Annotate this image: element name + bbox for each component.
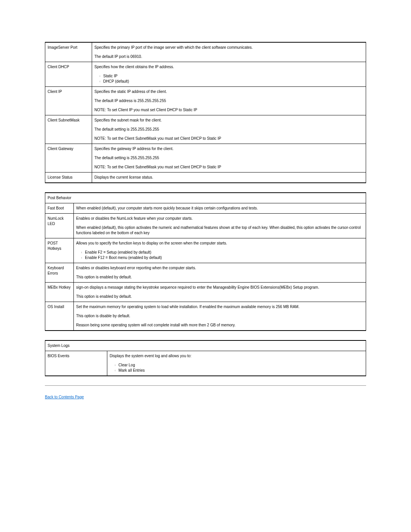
post-desc-text: Reason being some operating system will … <box>76 323 363 328</box>
post-behavior-table: Post BehaviorFast BootWhen enabled (defa… <box>45 192 366 331</box>
post-desc-text: sign-on displays a message stating the k… <box>76 285 363 290</box>
imagesrv-desc-text: NOTE: To set the Client SubnetMask you m… <box>94 136 363 141</box>
post-desc-text: Allows you to specify the function keys … <box>76 241 363 246</box>
post-label: Keyboard Errors <box>45 263 74 283</box>
post-desc-text: Enables or disables keyboard error repor… <box>76 265 363 271</box>
post-label: OS Install <box>45 302 74 331</box>
imagesrv-row: Client GatewaySpecifies the gateway IP a… <box>45 144 366 173</box>
syslog-row: BIOS EventsDisplays the system event log… <box>45 351 366 376</box>
post-desc-text: This option is enabled by default. <box>76 275 363 280</box>
post-desc: Allows you to specify the function keys … <box>74 238 366 263</box>
syslog-bullet: Mark all Entries <box>115 368 363 373</box>
imagesrv-table: ImageServer PortSpecifies the primary IP… <box>45 42 366 183</box>
imagesrv-desc-text: Specifies the primary IP port of the ima… <box>94 45 363 50</box>
imagesrv-desc-text: Displays the current license status. <box>94 175 363 180</box>
post-label: Fast Boot <box>45 203 74 214</box>
post-row: Keyboard ErrorsEnables or disables keybo… <box>45 263 366 283</box>
imagesrv-desc-text: Specifies the subnet mask for the client… <box>94 118 363 123</box>
syslog-desc-text: Displays the system event log and allows… <box>110 353 363 359</box>
post-label: MEBx Hotkey <box>45 283 74 302</box>
imagesrv-desc-text: NOTE: To set Client IP you must set Clie… <box>94 107 363 113</box>
imagesrv-bullet: DHCP (default) <box>100 79 363 84</box>
system-logs-table: System LogsBIOS EventsDisplays the syste… <box>45 340 366 376</box>
post-bullet: Enable F2 = Setup (enabled by default) <box>81 250 363 255</box>
imagesrv-row: Client DHCPSpecifies how the client obta… <box>45 62 366 87</box>
imagesrv-label: Client IP <box>45 87 92 115</box>
imagesrv-desc: Displays the current license status. <box>92 173 366 183</box>
imagesrv-desc-text: NOTE: To set the Client SubnetMask you m… <box>94 165 363 170</box>
post-desc-text: Enables or disables the NumLock feature … <box>76 216 363 221</box>
post-bullet: Enable F12 = Boot menu (enabled by defau… <box>81 255 363 260</box>
imagesrv-desc-text: Specifies the gateway IP address for the… <box>94 146 363 152</box>
syslog-header: System Logs <box>45 340 366 351</box>
imagesrv-desc: Specifies the primary IP port of the ima… <box>92 42 366 62</box>
post-desc-text: When enabled (default), this option acti… <box>76 225 363 236</box>
imagesrv-desc: Specifies the gateway IP address for the… <box>92 144 366 173</box>
post-desc: Enables or disables the NumLock feature … <box>74 214 366 238</box>
imagesrv-label: License Status <box>45 173 92 183</box>
post-bullet-list: Enable F2 = Setup (enabled by default)En… <box>81 250 363 260</box>
post-desc: When enabled (default), your computer st… <box>74 203 366 214</box>
imagesrv-desc-text: The default IP port is 06910. <box>94 54 363 59</box>
imagesrv-bullet-list: Static IPDHCP (default) <box>100 73 363 84</box>
post-row: OS InstallSet the maximum memory for ope… <box>45 302 366 331</box>
post-header: Post Behavior <box>45 193 366 203</box>
back-to-contents-link[interactable]: Back to Contents Page <box>45 395 84 399</box>
post-row: POST HotkeysAllows you to specify the fu… <box>45 238 366 263</box>
imagesrv-desc: Specifies the subnet mask for the client… <box>92 115 366 144</box>
imagesrv-desc-text: The default IP address is 255.255.255.25… <box>94 98 363 104</box>
imagesrv-row: License StatusDisplays the current licen… <box>45 173 366 183</box>
post-desc-text: This option is disable by default. <box>76 313 363 319</box>
syslog-label: BIOS Events <box>45 351 107 376</box>
imagesrv-bullet: Static IP <box>100 73 363 79</box>
post-label: NumLock LED <box>45 214 74 238</box>
post-row: NumLock LEDEnables or disables the NumLo… <box>45 214 366 238</box>
imagesrv-desc-text: The default setting is 255.255.255.255 <box>94 127 363 132</box>
imagesrv-label: Client SubnetMask <box>45 115 92 144</box>
imagesrv-row: Client IPSpecifies the static IP address… <box>45 87 366 115</box>
syslog-bullet-list: Clear LogMark all Entries <box>115 363 363 373</box>
imagesrv-desc: Specifies the static IP address of the c… <box>92 87 366 115</box>
document-page: ImageServer PortSpecifies the primary IP… <box>0 0 411 422</box>
post-desc-text: Set the maximum memory for operating sys… <box>76 304 363 310</box>
syslog-desc: Displays the system event log and allows… <box>107 351 366 376</box>
post-desc: Enables or disables keyboard error repor… <box>74 263 366 283</box>
imagesrv-desc-text: Specifies the static IP address of the c… <box>94 89 363 94</box>
imagesrv-desc-text: The default setting is 255.255.255.255 <box>94 155 363 161</box>
imagesrv-label: Client Gateway <box>45 144 92 173</box>
imagesrv-label: ImageServer Port <box>45 42 92 62</box>
imagesrv-row: Client SubnetMaskSpecifies the subnet ma… <box>45 115 366 144</box>
post-desc-text: This option is enabled by default. <box>76 294 363 299</box>
imagesrv-row: ImageServer PortSpecifies the primary IP… <box>45 42 366 62</box>
post-row: MEBx Hotkeysign-on displays a message st… <box>45 283 366 302</box>
imagesrv-desc: Specifies how the client obtains the IP … <box>92 62 366 87</box>
post-label: POST Hotkeys <box>45 238 74 263</box>
syslog-bullet: Clear Log <box>115 363 363 368</box>
imagesrv-desc-text: Specifies how the client obtains the IP … <box>94 64 363 70</box>
post-row: Fast BootWhen enabled (default), your co… <box>45 203 366 214</box>
post-desc: sign-on displays a message stating the k… <box>74 283 366 302</box>
imagesrv-label: Client DHCP <box>45 62 92 87</box>
post-desc: Set the maximum memory for operating sys… <box>74 302 366 331</box>
section-divider <box>45 385 366 386</box>
post-desc-text: When enabled (default), your computer st… <box>76 206 363 211</box>
